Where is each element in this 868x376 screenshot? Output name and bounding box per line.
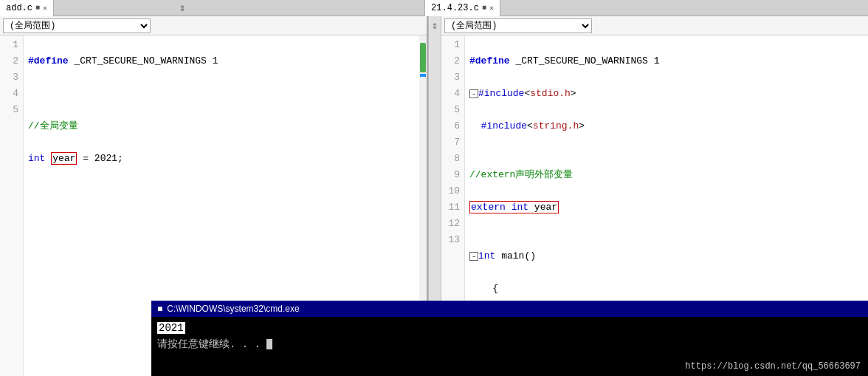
left-line-numbers: 1 2 3 4 5 — [0, 35, 24, 376]
terminal-output-2: 请按任意键继续. . . — [157, 336, 862, 352]
tab-21423-c-label: 21.4.23.c — [431, 3, 479, 13]
split-arrow-icon[interactable]: ⇕ — [179, 1, 185, 14]
right-scope-bar: (全局范围) — [441, 16, 868, 35]
left-scrollbar-marker — [420, 74, 426, 77]
fold-minus-icon2[interactable]: - — [469, 252, 478, 261]
tab-21423-c-close[interactable]: ✕ — [489, 4, 494, 13]
tabs-bar: add.c ■ ✕ ⇕ 21.4.23.c ■ ✕ — [0, 0, 868, 16]
tab-21423-c[interactable]: 21.4.23.c ■ ✕ — [424, 0, 500, 16]
tab-add-c-close[interactable]: ✕ — [43, 4, 47, 13]
tab-21423-c-pin: ■ — [482, 4, 486, 12]
left-scrollbar-thumb[interactable] — [420, 43, 426, 72]
terminal-icon: ■ — [157, 304, 162, 314]
split-handle-icon: ⇕ — [432, 19, 438, 32]
terminal-cursor — [266, 339, 272, 349]
terminal-url: https://blog.csdn.net/qq_56663697 — [685, 361, 861, 372]
terminal-title-bar: ■ C:\WINDOWS\system32\cmd.exe — [151, 301, 868, 317]
terminal-result: 2021 — [157, 322, 185, 334]
left-scope-bar: (全局范围) — [0, 16, 427, 35]
tab-bar-spacer: ⇕ — [54, 1, 424, 14]
right-scope-dropdown[interactable]: (全局范围) — [444, 18, 592, 33]
terminal-output-1: 2021 — [157, 320, 862, 336]
terminal-window: ■ C:\WINDOWS\system32\cmd.exe 2021 请按任意键… — [151, 301, 868, 376]
tab-add-c-label: add.c — [6, 3, 32, 13]
terminal-continue-text: 请按任意键继续. . . — [157, 338, 261, 350]
tab-add-c[interactable]: add.c ■ ✕ — [0, 0, 54, 16]
terminal-body: 2021 请按任意键继续. . . https://blog.csdn.net/… — [151, 317, 868, 376]
fold-minus-icon[interactable]: - — [469, 89, 478, 98]
terminal-title: C:\WINDOWS\system32\cmd.exe — [167, 304, 299, 314]
tab-add-c-pin: ■ — [35, 4, 40, 12]
left-scope-dropdown[interactable]: (全局范围) — [3, 18, 151, 33]
